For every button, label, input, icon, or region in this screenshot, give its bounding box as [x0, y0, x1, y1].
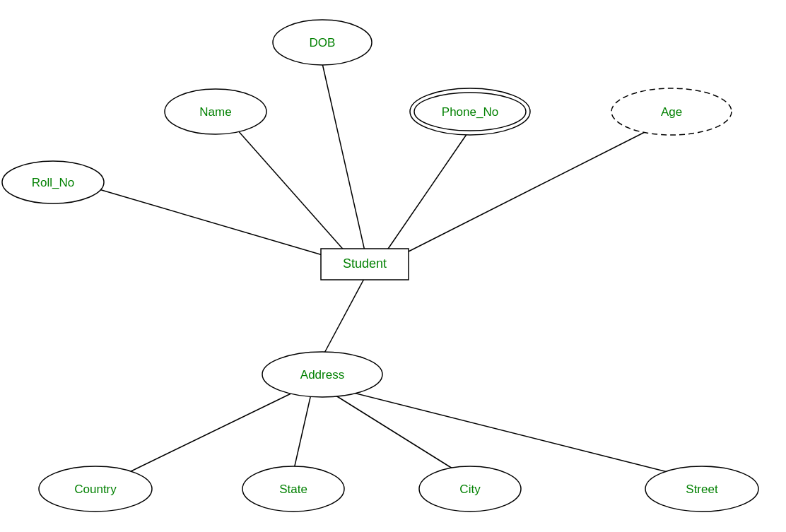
svg-line-8 [334, 394, 458, 472]
address-label: Address [300, 368, 344, 382]
rollno-label: Roll_No [32, 176, 74, 189]
age-label: Age [661, 105, 682, 119]
svg-line-6 [124, 391, 297, 475]
state-label: State [279, 483, 307, 496]
svg-line-0 [322, 64, 365, 251]
street-label: Street [686, 483, 718, 496]
svg-line-2 [385, 129, 470, 253]
phone-label: Phone_No [442, 105, 498, 119]
svg-line-5 [322, 278, 365, 357]
svg-line-7 [293, 394, 311, 472]
er-diagram: Student DOB Name Phone_No Age Roll_No Ad… [0, 0, 786, 532]
dob-label: DOB [310, 36, 336, 49]
svg-line-4 [92, 187, 339, 260]
name-label: Name [199, 105, 231, 119]
svg-line-3 [403, 126, 657, 254]
city-label: City [459, 483, 481, 496]
country-label: Country [74, 483, 117, 496]
svg-line-9 [351, 392, 679, 475]
student-label: Student [343, 256, 387, 271]
